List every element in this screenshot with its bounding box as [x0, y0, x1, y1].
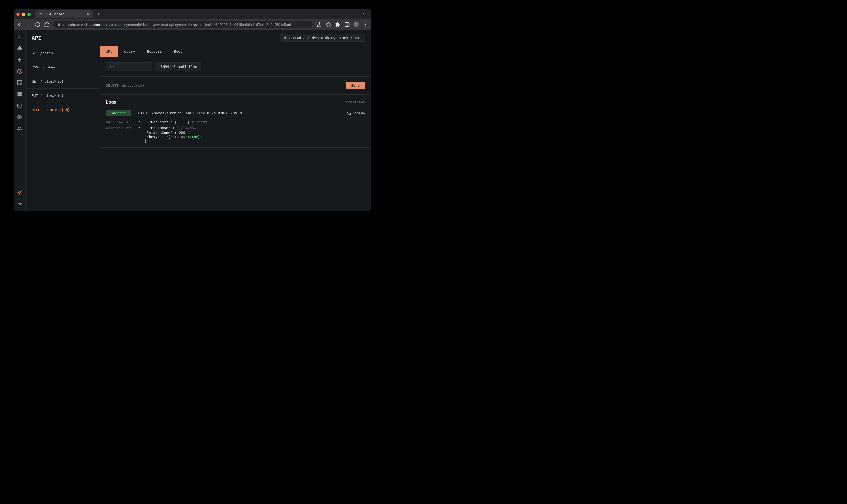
route-item[interactable]: DELETE /notes/{id} — [25, 103, 100, 117]
theme-icon[interactable] — [17, 190, 22, 195]
route-item[interactable]: POST /notes — [25, 60, 100, 74]
tab-body[interactable]: Body — [168, 46, 188, 57]
svg-rect-5 — [17, 81, 21, 85]
page-title: API — [32, 35, 41, 41]
panel-tabs: URL Query Headers Body — [100, 46, 371, 57]
browser-menu-icon[interactable] — [363, 22, 368, 27]
home-button[interactable] — [44, 22, 50, 27]
bookmark-icon[interactable] — [326, 22, 331, 27]
extensions-icon[interactable] — [335, 22, 340, 27]
breadcrumb[interactable]: dev-crud-api-dynamodb-my-stack / Api — [280, 34, 365, 42]
log-summary: DELETE /notes/a3d99ca0-aa61-11ec-832b-d7… — [137, 111, 243, 115]
status-badge: Success — [106, 110, 131, 116]
url-path: /crud-api-dynamodb/dev/api/dev-crud-api-… — [109, 23, 291, 27]
logs-title: Logs — [106, 100, 117, 105]
svg-point-8 — [18, 191, 20, 193]
close-tab-icon[interactable]: ✕ — [87, 12, 89, 16]
connection-status: Connected — [346, 100, 365, 104]
users-icon[interactable] — [17, 126, 22, 131]
app-sidebar — [14, 30, 25, 211]
forward-button[interactable] — [25, 22, 31, 27]
profile-avatar[interactable] — [354, 22, 359, 27]
timestamp: 04:30:45.509 — [106, 120, 131, 124]
new-tab-button[interactable]: + — [95, 11, 102, 18]
stacks-icon[interactable] — [17, 46, 22, 51]
tab-query[interactable]: Query — [118, 46, 141, 57]
expand-caret-icon[interactable]: ▶ — [139, 120, 141, 123]
database-icon[interactable] — [17, 91, 22, 97]
svg-point-1 — [365, 23, 366, 23]
functions-icon[interactable] — [17, 57, 22, 62]
path-preview: DELETE /notes/{id} — [106, 84, 144, 88]
route-item[interactable]: GET /notes — [25, 46, 100, 60]
browser-tab[interactable]: SST Console ✕ — [35, 11, 93, 18]
sst-favicon-icon — [39, 12, 43, 16]
maximize-window[interactable] — [27, 13, 31, 16]
api-icon[interactable] — [17, 69, 22, 74]
sidepanel-icon[interactable] — [345, 22, 350, 27]
reload-button[interactable] — [35, 22, 40, 27]
url-host: console.serverless-stack.com — [63, 23, 109, 27]
graphql-icon[interactable] — [17, 114, 22, 120]
route-item[interactable]: GET /notes/{id} — [25, 74, 100, 89]
route-item[interactable]: PUT /notes/{id} — [25, 89, 100, 103]
collapse-icon[interactable] — [17, 201, 22, 206]
storage-icon[interactable] — [17, 103, 22, 108]
svg-rect-7 — [17, 104, 21, 107]
tables-icon[interactable] — [17, 80, 22, 85]
close-window[interactable] — [16, 13, 20, 16]
tab-headers[interactable]: Headers — [141, 46, 168, 57]
sst-logo-icon[interactable] — [17, 34, 22, 39]
send-button[interactable]: Send — [346, 82, 365, 89]
routes-list: GET /notes POST /notes GET /notes/{id} P… — [25, 46, 100, 211]
log-entry: Success DELETE /notes/a3d99ca0-aa61-11ec… — [100, 110, 371, 147]
tab-menu-icon[interactable] — [360, 11, 368, 18]
param-value-input[interactable] — [155, 62, 201, 71]
tab-url[interactable]: URL — [100, 46, 118, 57]
svg-point-3 — [365, 25, 366, 26]
tab-title: SST Console — [45, 12, 65, 16]
param-key-input[interactable] — [106, 62, 152, 71]
lock-icon — [57, 23, 60, 27]
svg-rect-0 — [345, 23, 349, 27]
timestamp: 04:30:47.803 — [106, 126, 131, 130]
replay-button[interactable]: Replay — [347, 111, 365, 115]
collapse-caret-icon[interactable]: ▼ — [139, 126, 141, 129]
back-button[interactable] — [16, 22, 22, 27]
address-bar[interactable]: console.serverless-stack.com/crud-api-dy… — [53, 21, 313, 29]
minimize-window[interactable] — [22, 13, 25, 16]
share-icon[interactable] — [317, 22, 322, 27]
svg-point-2 — [365, 24, 366, 25]
